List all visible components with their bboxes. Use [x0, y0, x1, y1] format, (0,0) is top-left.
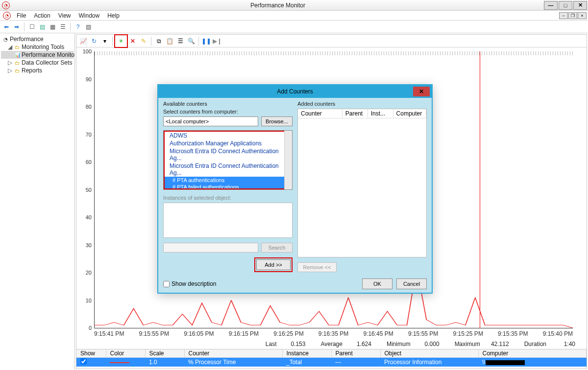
mdi-restore-button[interactable]: ❐: [568, 12, 577, 19]
show-hide-tree-button[interactable]: ☐: [27, 23, 36, 31]
legend-counter: % Processor Time: [184, 358, 282, 367]
add-counter-highlight: ＋: [114, 34, 128, 48]
chart-toolbar: 📈 ↻ ▾ ＋ ✕ ✎ ⧉ 📋 ☰ 🔍 ❚❚ ▶❙: [76, 35, 587, 47]
counter-cat-entra-2[interactable]: Microsoft Entra ID Connect Authenticatio…: [165, 162, 291, 177]
browse-button[interactable]: Browse...: [261, 116, 293, 126]
monitor-icon: 📊: [15, 52, 21, 58]
menu-bar: ◔ File Action View Window Help – ❐ ×: [0, 11, 588, 21]
new-window-button[interactable]: ▤: [38, 23, 47, 31]
expand-icon: ▷: [8, 67, 13, 74]
tree-data-collector-sets[interactable]: ▷🗀Data Collector Sets: [1, 59, 74, 67]
freeze-button[interactable]: ❚❚: [201, 36, 211, 46]
tree-label: Performance Monitor: [22, 51, 75, 58]
dialog-title: Add Counters: [277, 88, 313, 95]
nav-tree[interactable]: ◔Performance ◢🗀Monitoring Tools 📊Perform…: [0, 33, 75, 370]
menu-file[interactable]: File: [13, 11, 30, 20]
instance-search-input[interactable]: [163, 243, 258, 253]
remove-counter-button[interactable]: Remove <<: [297, 262, 337, 272]
counter-category-list[interactable]: ADWS⌄ Authorization Manager Applications…: [164, 131, 292, 189]
cancel-button[interactable]: Cancel: [396, 278, 427, 289]
tree-reports[interactable]: ▷🗀Reports: [1, 67, 74, 74]
chart-stats: Last0.153 Average1.624 Minimum0.000 Maxi…: [76, 338, 587, 349]
window-close-button[interactable]: ✕: [573, 1, 587, 10]
window-maximize-button[interactable]: □: [559, 1, 572, 10]
highlight-button[interactable]: ✎: [139, 36, 148, 46]
zoom-button[interactable]: 🔍: [186, 36, 196, 46]
window-titlebar: ◔ Performance Monitor — □ ✕: [0, 0, 588, 11]
export-button[interactable]: ▦: [48, 23, 57, 31]
show-description-check[interactable]: Show description: [163, 280, 216, 287]
menu-window[interactable]: Window: [75, 11, 104, 20]
counter-pta-failed[interactable]: # PTA failed authentications: [165, 184, 291, 189]
dialog-titlebar[interactable]: Add Counters ✕: [158, 85, 432, 98]
instance-search-button[interactable]: Search: [261, 243, 293, 253]
view-report-button[interactable]: ▾: [100, 36, 110, 46]
legend-instance: _Total: [282, 358, 331, 367]
stat-dur-label: Duration: [524, 341, 546, 347]
tree-root-label: Performance: [10, 36, 44, 43]
legend-computer: \\: [478, 358, 587, 367]
legend-color-swatch: [110, 362, 129, 363]
add-counter-dialog-button[interactable]: Add >>: [256, 259, 291, 270]
stat-avg-label: Average: [320, 341, 342, 347]
view-histogram-button[interactable]: ↻: [89, 36, 99, 46]
tree-monitoring-tools[interactable]: ◢🗀Monitoring Tools: [1, 43, 74, 51]
added-header: Counter Parent Inst... Computer: [298, 109, 426, 118]
menu-action[interactable]: Action: [30, 11, 54, 20]
properties-button-2[interactable]: ☰: [175, 36, 185, 46]
mdi-close-button[interactable]: ×: [578, 12, 587, 19]
available-counters-panel: Available counters Select counters from …: [163, 101, 293, 272]
legend-row[interactable]: 1.0 % Processor Time _Total --- Processo…: [76, 358, 587, 367]
show-description-label: Show description: [172, 280, 216, 287]
computer-combo[interactable]: [163, 116, 258, 126]
dialog-close-button[interactable]: ✕: [413, 87, 430, 96]
stat-avg-value: 1.624: [345, 340, 375, 348]
stat-dur-value: 1:40: [549, 340, 579, 348]
menu-view[interactable]: View: [54, 11, 75, 20]
stat-max-value: 42.112: [483, 340, 513, 348]
collapse-icon: ◢: [8, 44, 13, 50]
copy-button[interactable]: ⧉: [154, 36, 164, 46]
added-label: Added counters: [297, 101, 427, 107]
view-chart-button[interactable]: 📈: [78, 36, 88, 46]
counter-cat-authmgr[interactable]: Authorization Manager Applications⌄: [165, 139, 291, 147]
properties-button[interactable]: ☰: [58, 23, 67, 31]
legend-scale: 1.0: [145, 358, 184, 367]
instances-listbox[interactable]: [163, 203, 293, 238]
counter-cat-entra-1[interactable]: Microsoft Entra ID Connect Authenticatio…: [165, 147, 291, 162]
nav-back-button[interactable]: ⬅: [2, 23, 11, 31]
stat-min-value: 0.000: [414, 340, 443, 348]
tree-label: Data Collector Sets: [22, 59, 72, 66]
refresh-button[interactable]: ▧: [84, 23, 93, 31]
delete-counter-button[interactable]: ✕: [128, 36, 138, 46]
ok-button[interactable]: OK: [362, 278, 392, 289]
menu-help[interactable]: Help: [103, 11, 123, 20]
folder-icon: 🗀: [14, 44, 21, 50]
folder-icon: 🗀: [14, 68, 21, 73]
tree-root-performance[interactable]: ◔Performance: [1, 35, 74, 43]
counter-pta-auth[interactable]: # PTA authentications: [165, 177, 291, 184]
app-icon-small: ◔: [3, 12, 11, 20]
counter-legend[interactable]: Show Color Scale Counter Instance Parent…: [76, 349, 587, 369]
show-description-checkbox[interactable]: [163, 281, 170, 287]
instances-label: Instances of selected object:: [163, 195, 293, 201]
add-counter-button[interactable]: ＋: [116, 36, 126, 46]
available-label: Available counters: [163, 101, 293, 107]
tree-label: Reports: [22, 67, 42, 74]
legend-show-checkbox[interactable]: [80, 358, 87, 365]
legend-header-row: Show Color Scale Counter Instance Parent…: [76, 349, 587, 358]
help-button[interactable]: ?: [74, 23, 82, 31]
counter-list-scrollbar[interactable]: [284, 131, 292, 189]
chart-x-labels: 9:15:41 PM9:15:55 PM9:16:05 PM9:16:15 PM…: [94, 330, 573, 337]
stat-last-value: 0.153: [279, 340, 309, 348]
window-minimize-button[interactable]: —: [544, 1, 558, 10]
mdi-minimize-button[interactable]: –: [559, 12, 568, 19]
update-button[interactable]: ▶❙: [212, 36, 222, 46]
paste-button[interactable]: 📋: [165, 36, 174, 46]
nav-forward-button[interactable]: ➡: [12, 23, 21, 31]
folder-icon: 🗀: [14, 60, 21, 66]
tree-performance-monitor[interactable]: 📊Performance Monitor: [1, 51, 74, 59]
counter-cat-adws[interactable]: ADWS⌄: [165, 132, 291, 139]
add-button-highlight: Add >>: [254, 257, 293, 272]
added-counters-list[interactable]: Counter Parent Inst... Computer: [297, 109, 427, 257]
